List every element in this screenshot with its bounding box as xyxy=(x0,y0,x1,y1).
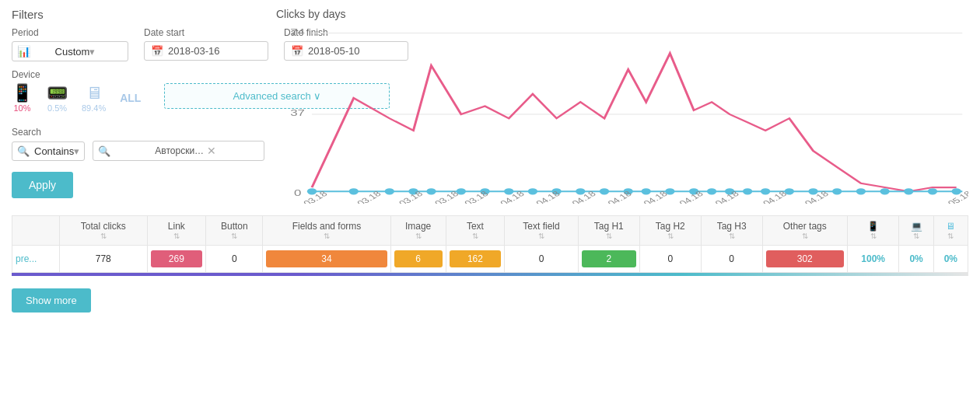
table-section: Total clicks ⇅ Link ⇅ Button ⇅ Fields an… xyxy=(12,215,968,319)
mobile-icon: 📱 xyxy=(12,83,33,103)
period-group: Period 📊 Custom ▾ xyxy=(12,27,128,61)
desktop-pct: 89.4% xyxy=(82,103,106,113)
search-value-input[interactable]: 🔍 Авторский онлайн-курс SEO Pr ✕ xyxy=(93,141,264,161)
sort-arrows-link[interactable]: ⇅ xyxy=(151,232,203,240)
period-value: Custom xyxy=(55,46,90,58)
device-label: Device xyxy=(12,69,261,80)
col-text-field[interactable]: Text field ⇅ xyxy=(505,216,579,246)
svg-point-31 xyxy=(880,188,889,194)
desktop-icon: 🖥 xyxy=(86,83,103,103)
sort-arrows-total[interactable]: ⇅ xyxy=(63,232,144,240)
device-all[interactable]: ALL xyxy=(120,92,141,104)
total-clicks-value: 778 xyxy=(96,253,111,264)
sort-arrows-h2[interactable]: ⇅ xyxy=(643,232,698,240)
link-value: 269 xyxy=(151,250,203,267)
row-text-field: 0 xyxy=(505,246,579,273)
col-image-label: Image xyxy=(405,221,431,232)
image-value: 6 xyxy=(394,250,443,267)
row-tag-h1: 2 xyxy=(578,246,639,273)
table-row: pre... 778 269 0 34 6 xyxy=(12,246,968,273)
sort-arrows-mobile[interactable]: ⇅ xyxy=(851,232,896,240)
device-desktop[interactable]: 🖥 89.4% xyxy=(82,83,106,113)
row-text: 162 xyxy=(446,246,505,273)
row-pre: pre... xyxy=(12,246,60,273)
sort-arrows-textfield[interactable]: ⇅ xyxy=(508,232,575,240)
show-more-button[interactable]: Show more xyxy=(12,288,91,313)
mobile-pct: 10% xyxy=(13,103,30,113)
clear-search-button[interactable]: ✕ xyxy=(207,145,259,157)
col-total-clicks-label: Total clicks xyxy=(81,221,126,232)
col-other-tags-label: Other tags xyxy=(783,221,827,232)
search-icon-value: 🔍 xyxy=(98,145,150,157)
search-section: Search 🔍 Contains ▾ 🔍 Авторский онлайн-к… xyxy=(12,127,261,161)
table-header-row: Total clicks ⇅ Link ⇅ Button ⇅ Fields an… xyxy=(12,216,968,246)
mobile-col-icon: 📱 xyxy=(867,221,879,232)
text-field-value: 0 xyxy=(539,253,544,264)
sort-arrows-image[interactable]: ⇅ xyxy=(394,232,443,240)
sort-arrows-h3[interactable]: ⇅ xyxy=(705,232,759,240)
period-row: Period 📊 Custom ▾ Date start 📅 2018-03-1… xyxy=(12,27,261,61)
svg-point-33 xyxy=(928,188,937,194)
top-layout: Filters Period 📊 Custom ▾ Date start 📅 2… xyxy=(12,8,968,204)
date-start-value: 2018-03-16 xyxy=(168,45,220,57)
device-adv-row: 📱 10% 📟 0.5% 🖥 89.4% ALL xyxy=(12,83,261,120)
all-label: ALL xyxy=(120,92,141,104)
contains-select[interactable]: 🔍 Contains ▾ xyxy=(12,141,85,161)
col-total-clicks[interactable]: Total clicks ⇅ xyxy=(60,216,148,246)
date-start-input[interactable]: 📅 2018-03-16 xyxy=(144,41,268,61)
chart-panel: Clicks by days 74 37 0 xyxy=(276,8,968,204)
apply-button[interactable]: Apply xyxy=(12,172,73,198)
sort-arrows-desktop[interactable]: ⇅ xyxy=(937,232,964,240)
tablet-pct: 0.5% xyxy=(47,103,67,113)
contains-value: Contains xyxy=(34,145,74,157)
data-table: Total clicks ⇅ Link ⇅ Button ⇅ Fields an… xyxy=(12,215,968,273)
svg-point-18 xyxy=(600,188,609,194)
row-link: 269 xyxy=(147,246,206,273)
row-other-tags: 302 xyxy=(762,246,847,273)
sort-arrows-text[interactable]: ⇅ xyxy=(450,232,502,240)
sort-arrows-fields[interactable]: ⇅ xyxy=(266,232,387,240)
sort-arrows-other[interactable]: ⇅ xyxy=(766,232,844,240)
tag-h1-value: 2 xyxy=(582,250,636,267)
col-tag-h1[interactable]: Tag H1 ⇅ xyxy=(578,216,639,246)
sort-arrows-tablet[interactable]: ⇅ xyxy=(902,232,929,240)
button-value: 0 xyxy=(232,253,237,264)
col-image[interactable]: Image ⇅ xyxy=(390,216,446,246)
chart-svg: 74 37 0 xyxy=(276,25,968,204)
filters-title: Filters xyxy=(12,8,261,21)
col-tag-h1-label: Tag H1 xyxy=(594,221,624,232)
svg-point-20 xyxy=(642,188,651,194)
col-text[interactable]: Text ⇅ xyxy=(446,216,505,246)
device-tablet[interactable]: 📟 0.5% xyxy=(47,83,68,113)
search-label: Search xyxy=(12,127,261,138)
col-other-tags[interactable]: Other tags ⇅ xyxy=(762,216,847,246)
period-select[interactable]: 📊 Custom ▾ xyxy=(12,41,128,61)
tag-h2-value: 0 xyxy=(667,253,673,264)
row-image: 6 xyxy=(390,246,446,273)
tablet-col-icon: 💻 xyxy=(911,221,922,232)
col-desktop[interactable]: 🖥 ⇅ xyxy=(933,216,968,246)
col-tablet[interactable]: 💻 ⇅ xyxy=(899,216,933,246)
tablet-pct-value: 0% xyxy=(909,253,922,264)
row-tag-h2: 0 xyxy=(639,246,701,273)
col-mobile[interactable]: 📱 ⇅ xyxy=(847,216,899,246)
col-button-label: Button xyxy=(221,221,248,232)
device-mobile[interactable]: 📱 10% xyxy=(12,83,33,113)
col-tag-h3[interactable]: Tag H3 ⇅ xyxy=(701,216,762,246)
row-fields-forms: 34 xyxy=(263,246,390,273)
col-fields-forms[interactable]: Fields and forms ⇅ xyxy=(263,216,390,246)
sort-arrows-button[interactable]: ⇅ xyxy=(209,232,259,240)
mobile-pct-value: 100% xyxy=(861,253,885,264)
apply-container: Apply xyxy=(12,172,261,198)
fields-forms-value: 34 xyxy=(266,250,387,267)
calendar-icon-start: 📅 xyxy=(151,45,163,57)
row-mobile-pct: 100% xyxy=(847,246,899,273)
col-button[interactable]: Button ⇅ xyxy=(206,216,263,246)
col-link[interactable]: Link ⇅ xyxy=(147,216,206,246)
svg-point-26 xyxy=(761,188,770,194)
other-tags-value: 302 xyxy=(766,250,844,267)
chart-area: 74 37 0 xyxy=(276,25,968,204)
col-tag-h2[interactable]: Tag H2 ⇅ xyxy=(639,216,701,246)
text-value: 162 xyxy=(450,250,502,267)
sort-arrows-h1[interactable]: ⇅ xyxy=(582,232,636,240)
